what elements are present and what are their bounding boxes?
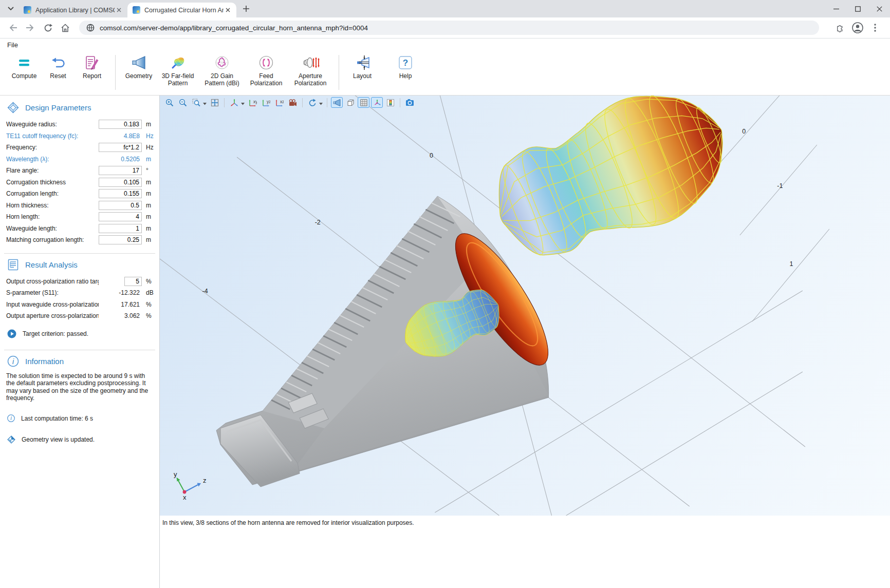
layout-icon xyxy=(355,55,370,70)
reset-button[interactable]: Reset xyxy=(41,53,75,82)
grid-icon xyxy=(360,99,368,107)
aperture-polarization-button[interactable]: Aperture Polarization xyxy=(288,53,332,89)
rotate-dropdown[interactable] xyxy=(319,98,323,107)
navbar-right xyxy=(832,20,885,35)
zoom-out-button[interactable] xyxy=(177,97,189,108)
reload-button[interactable] xyxy=(40,20,55,35)
view-yz-icon: yz xyxy=(262,99,270,107)
param-row: Frequency: Hz xyxy=(6,142,155,154)
report-button[interactable]: Report xyxy=(75,53,109,82)
design-parameters-gem-icon xyxy=(7,102,19,113)
zoom-in-button[interactable] xyxy=(163,97,175,108)
s11-value: -12.322 xyxy=(99,289,142,296)
help-icon: ? xyxy=(398,55,413,70)
param-row: Corrugation thickness m xyxy=(6,177,155,188)
new-tab-button[interactable] xyxy=(239,2,253,15)
close-window-button[interactable] xyxy=(868,0,890,17)
browser-menu-button[interactable] xyxy=(867,20,883,35)
ribbon-separator xyxy=(339,55,339,90)
app-menubar: File xyxy=(0,39,890,51)
tab-corrugated-horn[interactable]: Corrugated Circular Horn Anten xyxy=(127,3,236,17)
view-xy-button[interactable]: xy xyxy=(247,97,258,108)
zoom-extents-icon xyxy=(211,99,219,107)
param-row: Waveguide length: m xyxy=(6,223,155,235)
flare-angle-input[interactable] xyxy=(99,166,142,175)
show-geometry-toggle[interactable] xyxy=(331,97,343,108)
axis-orientation-icon xyxy=(373,99,381,107)
camera-icon xyxy=(405,99,414,106)
rotate-view-button[interactable] xyxy=(306,97,318,108)
transparency-toggle[interactable] xyxy=(344,97,356,108)
section-title: Result Analysis xyxy=(25,260,78,269)
zoom-box-button[interactable] xyxy=(190,97,202,108)
home-button[interactable] xyxy=(58,20,73,35)
help-button[interactable]: ? Help xyxy=(388,53,422,82)
color-legend-toggle[interactable] xyxy=(384,97,396,108)
geometry-button[interactable]: Geometry xyxy=(122,53,156,82)
scene-projection-button[interactable] xyxy=(287,97,299,108)
maximize-button[interactable] xyxy=(847,0,868,17)
triad-y-label: y xyxy=(174,470,177,478)
comsol-favicon xyxy=(24,6,31,14)
wavelength-value: 0.5205 xyxy=(99,156,142,163)
far-field-pattern-button[interactable]: 3D Far-field Pattern xyxy=(156,53,200,89)
tick-label: -1 xyxy=(777,182,783,189)
compute-icon xyxy=(16,55,32,70)
file-menu[interactable]: File xyxy=(7,41,18,49)
frequency-input[interactable] xyxy=(99,143,142,152)
feed-polarization-button[interactable]: Feed Polarization xyxy=(244,53,288,89)
zoom-box-icon xyxy=(192,99,200,107)
tick-label: -4 xyxy=(202,288,208,295)
layout-button[interactable]: Layout xyxy=(345,53,379,82)
default-3d-view-button[interactable] xyxy=(228,97,240,108)
corrugation-length-input[interactable] xyxy=(99,189,142,198)
settings-sidebar: Design Parameters Waveguide radius: m TE… xyxy=(0,96,160,588)
view-dropdown[interactable] xyxy=(241,98,245,107)
2d-gain-polar-icon xyxy=(214,55,230,70)
graphics-canvas[interactable]: xy yz xz xyxy=(160,96,890,516)
zoom-box-dropdown[interactable] xyxy=(203,98,207,107)
tab-close-icon[interactable] xyxy=(115,6,123,14)
gain-pattern-2d-button[interactable]: 2D Gain Pattern (dBi) xyxy=(200,53,244,89)
show-grid-toggle[interactable] xyxy=(358,97,369,108)
small-gem-icon xyxy=(7,435,15,444)
zoom-extents-button[interactable] xyxy=(209,97,220,108)
close-icon xyxy=(877,6,882,12)
waveguide-radius-input[interactable] xyxy=(99,120,142,129)
horn-antenna-model xyxy=(216,196,549,487)
minimize-button[interactable] xyxy=(825,0,847,17)
back-button[interactable] xyxy=(5,20,21,35)
3d-scene[interactable]: 0 -2 -4 0 -1 1 y xyxy=(160,96,890,516)
waveguide-length-input[interactable] xyxy=(99,224,142,233)
section-title: Design Parameters xyxy=(25,103,91,112)
corrugation-thickness-input[interactable] xyxy=(99,178,142,187)
comsol-favicon xyxy=(133,6,140,14)
cross-pol-target-input[interactable] xyxy=(124,277,142,286)
tab-close-icon[interactable] xyxy=(224,6,232,14)
3d-far-field-icon xyxy=(170,55,186,70)
param-row: Flare angle: ° xyxy=(6,165,155,177)
information-icon: i xyxy=(7,355,19,367)
view-yz-button[interactable]: yz xyxy=(260,97,272,108)
param-row: Horn thickness: m xyxy=(6,200,155,212)
address-bar[interactable]: comsol.com/server-demo/app/library_corru… xyxy=(79,21,819,35)
screenshot-button[interactable] xyxy=(404,97,416,108)
forward-button[interactable] xyxy=(23,20,38,35)
horn-length-input[interactable] xyxy=(99,212,142,221)
extensions-button[interactable] xyxy=(832,20,848,35)
matching-corrugation-length-input[interactable] xyxy=(99,235,142,244)
view-xz-button[interactable]: xz xyxy=(273,97,285,108)
show-axis-orientation-toggle[interactable] xyxy=(371,97,383,108)
geometry-updated-text: Geometry view is updated. xyxy=(22,436,95,443)
compute-button[interactable]: Compute xyxy=(7,53,41,82)
profile-button[interactable] xyxy=(850,20,865,35)
toolbar-separator xyxy=(400,98,400,107)
tab-application-library[interactable]: Application Library | COMSOL S xyxy=(18,3,127,17)
profile-avatar-icon xyxy=(852,22,863,33)
puzzle-icon xyxy=(836,24,845,32)
result-row: Input waveguide cross-polarization ratio… xyxy=(6,299,155,311)
horn-thickness-input[interactable] xyxy=(99,201,142,210)
app-ribbon: Compute Reset Report xyxy=(0,51,890,95)
te11-cutoff-value: 4.8E8 xyxy=(99,132,142,140)
tab-search-button[interactable] xyxy=(4,2,17,15)
